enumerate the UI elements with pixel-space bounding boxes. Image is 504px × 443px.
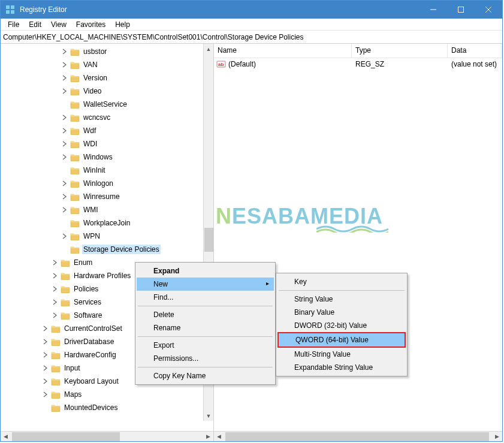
tree-hscroll-thumb[interactable] — [12, 432, 120, 441]
expand-icon[interactable] — [61, 47, 69, 56]
menu-item[interactable]: Multi-String Value — [277, 348, 406, 361]
menu-item[interactable]: Find... — [137, 291, 274, 304]
expand-icon[interactable] — [51, 272, 59, 280]
menu-item[interactable]: New — [137, 278, 274, 291]
tree-item[interactable]: Winlogon — [1, 177, 213, 190]
tree-item[interactable]: MountedDevices — [1, 401, 213, 414]
menu-separator — [138, 367, 273, 367]
menu-item[interactable]: Delete — [137, 308, 274, 321]
tree-item-label: CurrentControlSet — [63, 324, 123, 333]
expand-icon[interactable] — [51, 298, 59, 306]
tree-item[interactable]: Windows — [1, 150, 213, 164]
menu-item[interactable]: DWORD (32-bit) Value — [277, 319, 406, 332]
menu-item[interactable]: Copy Key Name — [137, 369, 274, 382]
expand-icon[interactable] — [41, 390, 50, 399]
maximize-button[interactable] — [447, 1, 475, 19]
tree-item[interactable]: Winresume — [1, 190, 213, 203]
expand-icon[interactable] — [61, 113, 69, 122]
tree-item-label: WMI — [82, 205, 99, 215]
svg-rect-3 — [11, 10, 14, 14]
values-hscrollbar[interactable]: ◀ ▶ — [214, 431, 502, 441]
tree-item[interactable]: wcncsvc — [1, 111, 213, 124]
expand-icon[interactable] — [61, 61, 69, 69]
menu-item[interactable]: Rename — [137, 321, 274, 334]
tree-item-label: Maps — [63, 390, 83, 399]
menu-item[interactable]: Key — [277, 275, 406, 288]
tree-item-label: Wdf — [82, 126, 97, 135]
tree-item-label: Services — [73, 297, 102, 307]
tree-item[interactable]: Wdf — [1, 124, 213, 137]
expand-icon[interactable] — [61, 192, 69, 201]
tree-item[interactable]: WMI — [1, 203, 213, 216]
scroll-up-icon[interactable]: ▲ — [204, 44, 213, 54]
scroll-down-icon[interactable]: ▼ — [204, 411, 213, 421]
expand-icon[interactable] — [41, 364, 50, 372]
scroll-left-icon[interactable]: ◀ — [214, 432, 224, 442]
vscroll-thumb[interactable] — [204, 228, 213, 252]
tree-item[interactable]: WinInit — [1, 164, 213, 177]
tree-item-label: WalletService — [82, 100, 128, 109]
expand-icon[interactable] — [61, 87, 69, 95]
value-data: (value not set) — [448, 60, 502, 68]
expand-icon[interactable] — [61, 153, 69, 161]
expand-icon[interactable] — [61, 179, 69, 188]
expand-icon[interactable] — [41, 351, 50, 359]
tree-item[interactable]: Storage Device Policies — [1, 243, 213, 256]
col-header-type[interactable]: Type — [352, 44, 448, 58]
expand-icon[interactable] — [51, 258, 59, 267]
context-menu-key: ExpandNewFind...DeleteRenameExportPermis… — [135, 262, 276, 385]
minimize-button[interactable] — [420, 1, 447, 19]
tree-item[interactable]: Video — [1, 85, 213, 98]
tree-item[interactable]: WDI — [1, 137, 213, 150]
menu-item[interactable]: Export — [137, 339, 274, 352]
menu-separator — [279, 290, 405, 291]
tree-item-label: Software — [73, 311, 103, 320]
tree-hscrollbar[interactable]: ◀ ▶ — [1, 431, 213, 441]
menu-edit[interactable]: Edit — [24, 19, 46, 30]
scroll-right-icon[interactable]: ▶ — [203, 432, 213, 442]
expand-icon[interactable] — [41, 337, 50, 346]
tree-item[interactable]: WorkplaceJoin — [1, 216, 213, 230]
menu-item[interactable]: QWORD (64-bit) Value — [277, 332, 406, 348]
close-button[interactable] — [475, 1, 502, 19]
expand-icon[interactable] — [41, 377, 50, 385]
titlebar: Registry Editor — [1, 1, 502, 19]
menu-item[interactable]: Expandable String Value — [277, 361, 406, 374]
expand-icon[interactable] — [61, 206, 69, 214]
tree-item[interactable]: WPN — [1, 230, 213, 243]
tree-item[interactable]: VAN — [1, 58, 213, 71]
menu-item[interactable]: String Value — [277, 293, 406, 306]
address-bar[interactable]: Computer\HKEY_LOCAL_MACHINE\SYSTEM\Contr… — [1, 31, 502, 44]
menu-favorites[interactable]: Favorites — [71, 19, 110, 30]
tree-item-label: Keyboard Layout — [63, 376, 120, 386]
menu-file[interactable]: File — [3, 19, 24, 30]
value-row[interactable]: ab (Default) REG_SZ (value not set) — [214, 58, 502, 70]
menu-help[interactable]: Help — [110, 19, 135, 30]
scroll-right-icon[interactable]: ▶ — [492, 432, 502, 442]
expand-icon[interactable] — [41, 324, 50, 333]
tree-item[interactable]: usbstor — [1, 45, 213, 58]
menu-item[interactable]: Permissions... — [137, 352, 274, 365]
tree-item[interactable]: Version — [1, 71, 213, 85]
expand-icon[interactable] — [61, 74, 69, 82]
menu-item[interactable]: Binary Value — [277, 306, 406, 319]
expand-icon[interactable] — [51, 285, 59, 293]
values-hscroll-thumb[interactable] — [225, 432, 489, 441]
col-header-data[interactable]: Data — [448, 44, 502, 58]
tree-item-label: Winresume — [82, 192, 121, 201]
menu-item[interactable]: Expand — [137, 264, 274, 278]
menu-view[interactable]: View — [46, 19, 71, 30]
scroll-left-icon[interactable]: ◀ — [1, 432, 11, 442]
tree-item-label: Video — [82, 86, 102, 96]
expand-icon[interactable] — [61, 126, 69, 135]
expand-icon[interactable] — [61, 140, 69, 148]
tree-item-label: Hardware Profiles — [73, 271, 132, 281]
expand-icon[interactable] — [51, 311, 59, 320]
tree-item[interactable]: Maps — [1, 388, 213, 401]
menu-separator — [138, 336, 273, 337]
expand-icon[interactable] — [61, 232, 69, 240]
tree-item-label: Storage Device Policies — [82, 245, 161, 254]
col-header-name[interactable]: Name — [214, 44, 352, 58]
tree-item-label: Policies — [73, 284, 99, 294]
tree-item[interactable]: WalletService — [1, 98, 213, 111]
